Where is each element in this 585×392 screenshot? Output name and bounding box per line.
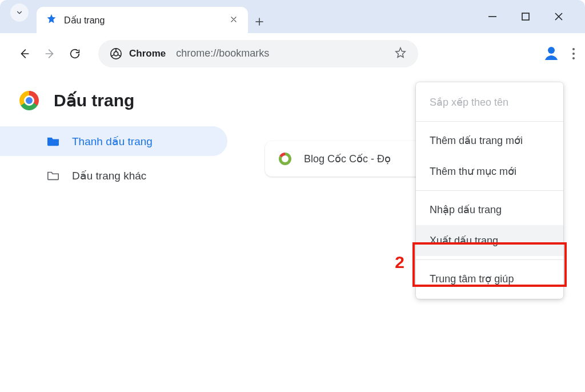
- menu-add-bookmark[interactable]: Thêm dấu trang mới: [416, 125, 563, 156]
- chrome-mono-icon: [110, 47, 122, 60]
- sidebar-item-other-bookmarks[interactable]: Dấu trang khác: [0, 161, 227, 190]
- folder-outline-icon: [47, 170, 59, 181]
- avatar-icon: [543, 44, 560, 61]
- context-menu: Sắp xếp theo tên Thêm dấu trang mới Thêm…: [416, 82, 563, 299]
- tab-close-button[interactable]: [227, 14, 240, 26]
- sidebar-item-label: Dấu trang khác: [72, 169, 146, 182]
- tab-title: Dấu trang: [64, 15, 105, 26]
- omnibox-source-label: Chrome: [129, 48, 166, 59]
- reload-icon: [69, 47, 81, 60]
- menu-import-bookmarks[interactable]: Nhập dấu trang: [416, 194, 563, 225]
- sidebar-item-label: Thanh dấu trang: [72, 135, 153, 148]
- toolbar: Chrome chrome://bookmarks: [0, 33, 585, 74]
- maximize-icon: [522, 13, 530, 21]
- minimize-icon: [487, 11, 498, 22]
- maximize-button[interactable]: [519, 10, 532, 23]
- chrome-logo-icon: [19, 91, 39, 110]
- arrow-left-icon: [18, 47, 31, 60]
- svg-point-3: [548, 47, 555, 54]
- chrome-menu-button[interactable]: [572, 48, 575, 59]
- profile-button[interactable]: [543, 44, 560, 63]
- chevron-down-icon: [15, 9, 23, 17]
- minimize-button[interactable]: [486, 10, 499, 23]
- folder-icon: [47, 136, 59, 146]
- coccoc-favicon-icon: [279, 153, 291, 165]
- page-title: Dấu trang: [54, 90, 134, 110]
- svg-rect-0: [522, 13, 529, 20]
- bookmark-title: Blog Cốc Cốc - Đọ: [304, 153, 391, 165]
- menu-export-bookmarks[interactable]: Xuất dấu trang: [416, 225, 563, 256]
- window-controls: [486, 0, 580, 33]
- close-icon: [230, 15, 238, 23]
- reload-button[interactable]: [65, 44, 85, 63]
- close-window-button[interactable]: [552, 10, 566, 23]
- arrow-right-icon: [43, 47, 56, 60]
- plus-icon: [254, 17, 265, 27]
- titlebar: Dấu trang: [0, 0, 585, 33]
- menu-divider: [416, 190, 563, 191]
- sidebar-item-bookmarks-bar[interactable]: Thanh dấu trang: [0, 126, 227, 156]
- browser-tab[interactable]: Dấu trang: [37, 7, 248, 33]
- omnibox-url: chrome://bookmarks: [176, 47, 269, 59]
- svg-point-2: [114, 51, 118, 55]
- menu-help-center[interactable]: Trung tâm trợ giúp: [416, 263, 563, 294]
- tabs-dropdown-button[interactable]: [10, 3, 29, 22]
- bookmark-page-button[interactable]: [394, 46, 407, 61]
- menu-sort-by-name[interactable]: Sắp xếp theo tên: [416, 87, 563, 118]
- star-outline-icon: [394, 46, 407, 59]
- close-icon: [554, 12, 563, 21]
- forward-button[interactable]: [40, 44, 59, 63]
- menu-add-folder[interactable]: Thêm thư mục mới: [416, 156, 563, 187]
- menu-divider: [416, 259, 563, 260]
- back-button[interactable]: [15, 44, 34, 63]
- bookmark-star-icon: [46, 13, 57, 27]
- omnibox[interactable]: Chrome chrome://bookmarks: [98, 40, 418, 67]
- annotation-number-2: 2: [395, 253, 404, 272]
- page-content: Dấu trang Thanh dấu trang Dấu trang khác…: [0, 74, 585, 392]
- menu-divider: [416, 121, 563, 122]
- new-tab-button[interactable]: [248, 10, 271, 33]
- sidebar: Thanh dấu trang Dấu trang khác: [0, 124, 227, 190]
